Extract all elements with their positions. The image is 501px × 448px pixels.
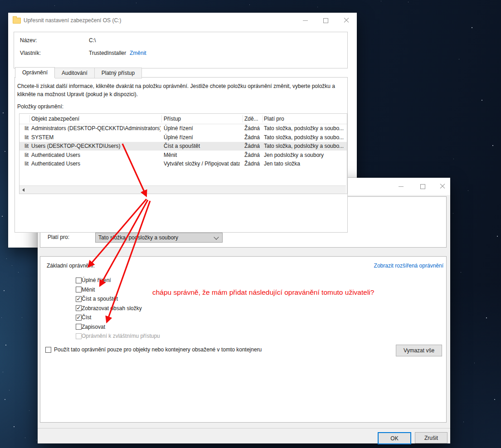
- name-label: Název:: [20, 37, 37, 44]
- cell-principal: Users (DESKTOP-QECKKTD\Users): [31, 142, 161, 151]
- permission-label: Měnit: [82, 287, 95, 293]
- back-window-title: Upřesnit nastavení zabezpečení OS (C:): [24, 13, 121, 28]
- cell-applies: Tato složka, podsložky a soubo...: [264, 133, 345, 142]
- cell-access: Vytvářet složky / Připojovat data: [164, 160, 240, 168]
- cell-principal: Administrators (DESKTOP-QECKKTD\Administ…: [31, 124, 161, 133]
- table-row[interactable]: litAdministrators (DESKTOP-QECKKTD\Admin…: [19, 124, 347, 133]
- footer-divider: [38, 428, 450, 429]
- cell-access: Úplné řízení: [164, 124, 240, 133]
- cell-principal: Authenticated Users: [31, 151, 161, 160]
- checkbox-icon: [45, 347, 51, 353]
- cancel-button[interactable]: Zrušit: [415, 432, 447, 443]
- tab-auditování[interactable]: Auditování: [55, 68, 95, 78]
- cell-access: Úplné řízení: [164, 133, 240, 142]
- table-header: Objekt zabezpečeníPřístupZdě...Platí pro: [19, 114, 347, 124]
- permission-checkbox-2[interactable]: ✓Číst a spouštět: [76, 295, 118, 302]
- advanced-security-window: Upřesnit nastavení zabezpečení OS (C:) N…: [8, 13, 357, 248]
- change-owner-link[interactable]: Změnit: [130, 50, 146, 56]
- chevron-down-icon: [214, 234, 219, 239]
- permission-label: Oprávnění k zvláštnímu přístupu: [82, 333, 160, 339]
- applies-to-dropdown-value: Tato složka, podsložky a soubory: [98, 234, 178, 241]
- annotation-question: chápu správně, že mám přidat následující…: [152, 288, 374, 297]
- close-button[interactable]: [436, 181, 449, 192]
- table-row[interactable]: litAuthenticated UsersVytvářet složky / …: [19, 160, 347, 168]
- applies-to-dropdown[interactable]: Tato složka, podsložky a soubory: [95, 233, 223, 243]
- maximize-button[interactable]: [319, 15, 332, 26]
- cell-principal: SYSTEM: [31, 133, 161, 142]
- cell-access: Měnit: [164, 151, 240, 160]
- permission-checkbox-0[interactable]: Úplné řízení: [76, 277, 111, 284]
- permission-label: Zapisovat: [82, 324, 105, 330]
- permission-label: Zobrazovat obsah složky: [82, 305, 142, 312]
- cell-type: lit: [19, 142, 29, 151]
- cell-applies: Tato složka, podsložky a soubo...: [264, 124, 345, 133]
- back-window-titlebar[interactable]: Upřesnit nastavení zabezpečení OS (C:): [8, 13, 357, 28]
- permission-entries-table: Objekt zabezpečeníPřístupZdě...Platí pro…: [19, 113, 347, 194]
- minimize-button[interactable]: [298, 15, 312, 26]
- cell-inherited: Žádná: [244, 133, 262, 142]
- cell-applies: Tato složka, podsložky a soubo...: [264, 142, 345, 151]
- cell-type: lit: [19, 133, 29, 142]
- cell-inherited: Žádná: [244, 160, 262, 168]
- checked-checkbox-icon: ✓: [76, 315, 82, 321]
- permission-checkbox-6: Oprávnění k zvláštnímu přístupu: [76, 332, 160, 340]
- cell-type: lit: [19, 151, 29, 160]
- tab-oprávnění[interactable]: Oprávnění: [15, 67, 55, 78]
- scope-checkbox-label: Použít tato oprávnění pouze pro objekty …: [54, 346, 262, 353]
- cell-applies: Jen podsložky a soubory: [264, 151, 345, 160]
- cell-inherited: Žádná: [244, 124, 262, 133]
- folder-icon: [13, 18, 21, 24]
- scope-checkbox[interactable]: Použít tato oprávnění pouze pro objekty …: [45, 346, 262, 353]
- permission-label: Číst: [82, 314, 91, 321]
- horizontal-scrollbar[interactable]: [19, 185, 346, 194]
- permission-checkbox-3[interactable]: ✓Zobrazovat obsah složky: [76, 305, 142, 312]
- applies-to-label: Platí pro:: [48, 234, 69, 240]
- unchecked-checkbox-icon: [76, 333, 82, 339]
- name-value: C:\: [89, 37, 96, 44]
- unchecked-checkbox-icon: [76, 287, 82, 292]
- tab-strip: OprávněníAuditováníPlatný přístup: [15, 67, 142, 78]
- object-info-box: [14, 32, 348, 68]
- cell-type: lit: [19, 124, 29, 133]
- scroll-left-icon[interactable]: [19, 186, 27, 194]
- column-header[interactable]: Platí pro: [264, 114, 345, 124]
- cell-inherited: Žádná: [244, 151, 262, 160]
- owner-label: Vlastník:: [20, 50, 41, 56]
- tab-platný-přístup[interactable]: Platný přístup: [95, 68, 142, 78]
- ok-button[interactable]: OK: [378, 432, 411, 444]
- column-header[interactable]: Přístup: [164, 114, 240, 124]
- table-row[interactable]: litUsers (DESKTOP-QECKKTD\Users)Číst a s…: [19, 142, 347, 151]
- cell-inherited: Žádná: [244, 142, 262, 151]
- checked-checkbox-icon: ✓: [76, 305, 82, 311]
- basic-permissions-label: Základní oprávnění:: [47, 263, 95, 269]
- permission-label: Úplné řízení: [82, 277, 111, 283]
- show-advanced-permissions-link[interactable]: Zobrazit rozšířená oprávnění: [374, 263, 443, 269]
- table-row[interactable]: litAuthenticated UsersMěnitŽádnáJen pods…: [19, 151, 347, 160]
- permission-checkbox-1[interactable]: Měnit: [76, 286, 95, 293]
- desktop-background: Upřesnit nastavení zabezpečení OS (C:) N…: [0, 0, 501, 448]
- column-header[interactable]: Zdě...: [244, 114, 262, 124]
- permission-checkbox-4[interactable]: ✓Číst: [76, 314, 91, 321]
- table-row[interactable]: litSYSTEMÚplné řízeníŽádnáTato složka, p…: [19, 133, 347, 142]
- column-header[interactable]: Objekt zabezpečení: [31, 114, 161, 124]
- clear-all-button[interactable]: Vymazat vše: [396, 345, 442, 356]
- cell-access: Číst a spouštět: [164, 142, 240, 151]
- close-button[interactable]: [340, 15, 353, 26]
- permissions-description: Chcete-li získat další informace, klikně…: [17, 82, 345, 98]
- owner-value: TrustedInstaller: [89, 50, 126, 56]
- cell-type: lit: [19, 160, 29, 168]
- unchecked-checkbox-icon: [76, 324, 82, 330]
- cell-principal: Authenticated Users: [31, 160, 161, 168]
- permission-entries-label: Položky oprávnění:: [17, 103, 63, 110]
- maximize-button[interactable]: [416, 181, 429, 192]
- permission-checkbox-5[interactable]: Zapisovat: [76, 323, 105, 331]
- unchecked-checkbox-icon: [76, 278, 82, 283]
- permission-label: Číst a spouštět: [82, 296, 118, 302]
- cell-applies: Jen tato složka: [264, 160, 345, 168]
- minimize-button[interactable]: [394, 181, 408, 192]
- checked-checkbox-icon: ✓: [76, 296, 82, 302]
